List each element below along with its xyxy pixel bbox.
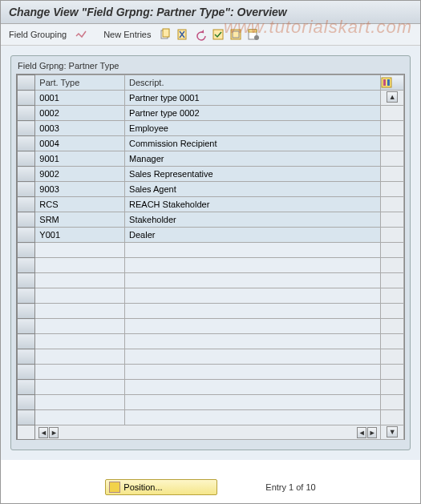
scroll-left-icon[interactable]: ◄ — [38, 427, 48, 438]
scroll-up-icon[interactable]: ▲ — [387, 91, 398, 103]
cell-part-type[interactable]: 0004 — [35, 136, 125, 151]
vertical-scrollbar-track[interactable] — [381, 212, 404, 228]
vertical-scrollbar-track[interactable] — [381, 319, 404, 334]
table-row[interactable]: 9003Sales Agent — [18, 182, 404, 197]
vertical-scrollbar-track[interactable] — [381, 106, 404, 121]
copy-icon[interactable] — [159, 28, 172, 41]
scroll-left-end-icon[interactable]: ◄ — [357, 427, 366, 438]
cell-descript[interactable]: REACH Stakeholder — [125, 197, 381, 212]
table-row[interactable]: 9002Sales Representative — [18, 167, 404, 182]
row-marker[interactable] — [18, 365, 35, 380]
position-button[interactable]: Position... — [105, 479, 217, 495]
cell-part-type[interactable] — [35, 380, 125, 395]
cell-descript[interactable] — [125, 258, 381, 273]
row-marker[interactable] — [18, 304, 35, 319]
cell-part-type[interactable]: 9003 — [35, 182, 125, 197]
row-marker[interactable] — [18, 258, 35, 273]
vertical-scrollbar-track[interactable] — [381, 304, 404, 319]
vertical-scrollbar-track[interactable] — [381, 167, 404, 182]
cell-descript[interactable]: Dealer — [125, 228, 381, 243]
scroll-down-icon[interactable]: ▼ — [387, 426, 398, 437]
cell-part-type[interactable] — [35, 288, 125, 304]
cell-descript[interactable]: Stakeholder — [125, 212, 381, 228]
vertical-scrollbar-track[interactable] — [381, 228, 404, 243]
cell-descript[interactable] — [125, 395, 381, 410]
row-marker[interactable] — [18, 395, 35, 410]
vertical-scrollbar-track[interactable] — [381, 410, 404, 425]
table-settings-icon[interactable] — [247, 28, 260, 41]
row-marker[interactable] — [18, 136, 35, 151]
cell-part-type[interactable]: 0001 — [35, 91, 125, 106]
vertical-scrollbar-track[interactable] — [381, 258, 404, 273]
vertical-scrollbar-track[interactable] — [381, 395, 404, 410]
row-marker[interactable] — [18, 334, 35, 349]
cell-descript[interactable]: Sales Agent — [125, 182, 381, 197]
cell-part-type[interactable] — [35, 319, 125, 334]
table-row[interactable] — [18, 319, 404, 334]
cell-part-type[interactable]: Y001 — [35, 228, 125, 243]
cell-descript[interactable] — [125, 410, 381, 425]
table-row[interactable] — [18, 243, 404, 258]
table-row[interactable]: 9001Manager — [18, 151, 404, 167]
row-marker[interactable] — [18, 151, 35, 167]
row-marker[interactable] — [18, 167, 35, 182]
vertical-scrollbar-track[interactable] — [381, 334, 404, 349]
undo-icon[interactable] — [194, 28, 207, 41]
table-row[interactable] — [18, 258, 404, 273]
row-marker[interactable] — [18, 288, 35, 304]
cell-descript[interactable]: Employee — [125, 121, 381, 136]
table-row[interactable]: 0002Partner type 0002 — [18, 106, 404, 121]
cell-part-type[interactable]: 9002 — [35, 167, 125, 182]
vertical-scrollbar-track[interactable] — [381, 243, 404, 258]
column-header-descript[interactable]: Descript. — [125, 75, 381, 91]
vertical-scrollbar-track[interactable] — [381, 349, 404, 365]
table-row[interactable] — [18, 288, 404, 304]
table-row[interactable]: SRMStakeholder — [18, 212, 404, 228]
column-header-part-type[interactable]: Part. Type — [35, 75, 125, 91]
delete-icon[interactable] — [176, 28, 189, 41]
row-marker[interactable] — [18, 228, 35, 243]
table-row[interactable] — [18, 380, 404, 395]
expand-icon[interactable] — [75, 28, 87, 41]
table-row[interactable] — [18, 304, 404, 319]
vertical-scrollbar-track[interactable]: ▲ — [381, 91, 404, 106]
table-row[interactable] — [18, 395, 404, 410]
cell-part-type[interactable] — [35, 334, 125, 349]
cell-descript[interactable] — [125, 273, 381, 288]
cell-descript[interactable]: Partner type 0001 — [125, 91, 381, 106]
cell-descript[interactable] — [125, 380, 381, 395]
cell-descript[interactable] — [125, 243, 381, 258]
row-marker[interactable] — [18, 91, 35, 106]
cell-part-type[interactable]: RCS — [35, 197, 125, 212]
vertical-scrollbar-track[interactable] — [381, 121, 404, 136]
row-marker[interactable] — [18, 273, 35, 288]
vertical-scrollbar-track[interactable] — [381, 288, 404, 304]
new-entries-label[interactable]: New Entries — [103, 30, 151, 39]
cell-descript[interactable] — [125, 365, 381, 380]
cell-part-type[interactable]: 0002 — [35, 106, 125, 121]
row-marker[interactable] — [18, 212, 35, 228]
vertical-scrollbar-track[interactable] — [381, 136, 404, 151]
cell-part-type[interactable] — [35, 273, 125, 288]
deselect-all-icon[interactable] — [229, 28, 242, 41]
table-row[interactable] — [18, 365, 404, 380]
table-row[interactable]: RCSREACH Stakeholder — [18, 197, 404, 212]
select-all-icon[interactable] — [212, 28, 225, 41]
cell-part-type[interactable] — [35, 304, 125, 319]
cell-descript[interactable]: Partner type 0002 — [125, 106, 381, 121]
row-marker-header[interactable] — [18, 75, 35, 91]
table-row[interactable]: 0001Partner type 0001▲ — [18, 91, 404, 106]
cell-part-type[interactable] — [35, 410, 125, 425]
cell-descript[interactable] — [125, 288, 381, 304]
vertical-scrollbar-track[interactable] — [381, 151, 404, 167]
cell-descript[interactable]: Manager — [125, 151, 381, 167]
table-row[interactable] — [18, 349, 404, 365]
scroll-right-end-icon[interactable]: ► — [367, 427, 377, 438]
row-marker[interactable] — [18, 106, 35, 121]
table-row[interactable]: 0003Employee — [18, 121, 404, 136]
vertical-scrollbar-track[interactable] — [381, 380, 404, 395]
cell-descript[interactable] — [125, 349, 381, 365]
cell-descript[interactable] — [125, 319, 381, 334]
table-row[interactable] — [18, 334, 404, 349]
vertical-scrollbar-track[interactable] — [381, 273, 404, 288]
